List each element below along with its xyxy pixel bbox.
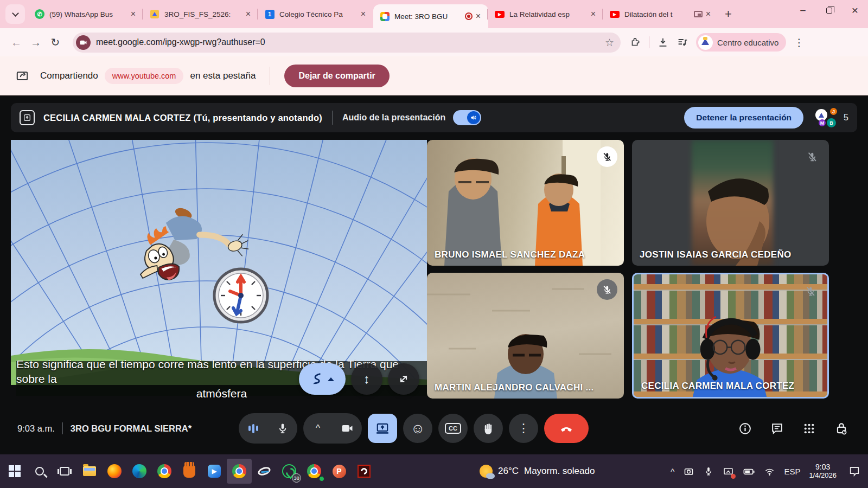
keyboard-language[interactable]: ESP	[784, 467, 800, 476]
snipping-tool-button[interactable]	[252, 459, 277, 484]
chat-button[interactable]	[770, 422, 784, 435]
scroll-toggle-button[interactable]: ↕	[351, 363, 382, 395]
back-button[interactable]: ←	[7, 33, 26, 52]
tab-sharing-bar: Compartiendo www.youtube.com en esta pes…	[0, 56, 868, 95]
host-controls-button[interactable]	[834, 421, 848, 435]
minimize-button[interactable]: –	[790, 0, 816, 21]
bookmark-star-icon[interactable]: ☆	[605, 36, 614, 49]
browser-toolbar: ← → ↻ meet.google.com/ipg-xwgp-rwg?authu…	[0, 28, 868, 56]
tab-label: 3RO_FIS_FS_2526:	[164, 10, 242, 18]
whatsapp-button[interactable]: 38	[277, 459, 302, 484]
reload-button[interactable]: ↻	[46, 33, 65, 52]
annotate-button[interactable]	[299, 363, 346, 395]
windows-taskbar: ▶ 38 P 26°C Mayorm. soleado ^	[0, 454, 868, 488]
reactions-button[interactable]: ☺	[403, 414, 432, 443]
close-icon[interactable]: ×	[127, 9, 139, 20]
fullscreen-button[interactable]	[388, 363, 419, 395]
participant-tile-jostin[interactable]: JOSTIN ISAIAS GARCIA CEDEÑO	[632, 140, 829, 266]
tab-fis-file[interactable]: 3RO_FIS_FS_2526: ×	[143, 4, 258, 24]
close-icon[interactable]: ×	[358, 9, 369, 20]
close-window-button[interactable]: ×	[842, 0, 868, 21]
chat-icon	[770, 422, 784, 435]
clock-time: 9:03	[809, 463, 837, 471]
close-icon[interactable]: ×	[703, 9, 714, 20]
task-view-button[interactable]	[52, 459, 77, 484]
battery-icon[interactable]	[743, 465, 755, 478]
tab-meet-active[interactable]: Meet: 3RO BGU ×	[373, 4, 488, 28]
close-icon[interactable]: ×	[242, 9, 254, 20]
media-player-button[interactable]: ▶	[202, 459, 227, 484]
activities-button[interactable]	[802, 422, 816, 435]
new-tab-button[interactable]: +	[718, 6, 738, 22]
acrobat-button[interactable]	[352, 459, 376, 484]
weather-widget[interactable]: 26°C Mayorm. soleado	[480, 465, 595, 478]
extensions-icon[interactable]	[629, 36, 641, 48]
camera-tray-icon[interactable]	[683, 466, 694, 477]
stop-sharing-button[interactable]: Dejar de compartir	[284, 65, 389, 87]
forward-button[interactable]: →	[26, 33, 46, 52]
taskbar-clock[interactable]: 9:03 1/4/2026	[809, 463, 837, 479]
firefox-button[interactable]	[102, 459, 127, 484]
powerpoint-button[interactable]: P	[327, 459, 352, 484]
mic-button[interactable]	[268, 413, 297, 444]
presentation-video	[11, 140, 427, 385]
screen-share-tray-icon[interactable]	[723, 466, 734, 477]
stop-presentation-button[interactable]: Detener la presentación	[684, 107, 803, 129]
calendar-icon: 1	[265, 9, 275, 19]
file-explorer-button[interactable]	[77, 459, 102, 484]
close-icon[interactable]: ×	[588, 9, 599, 20]
avatar: J	[830, 108, 837, 115]
downloads-icon[interactable]	[657, 36, 669, 48]
more-options-button[interactable]: ⋮	[509, 414, 538, 443]
mic-off-icon	[802, 146, 822, 167]
address-bar[interactable]: meet.google.com/ipg-xwgp-rwg?authuser=0 …	[73, 33, 621, 53]
chrome-active-button[interactable]	[227, 459, 252, 484]
participant-video	[427, 273, 624, 399]
participants-avatars[interactable]: J M B	[815, 108, 839, 127]
meeting-info: 9:03 a.m. 3RO BGU FORMAL SIERRA*	[17, 422, 192, 434]
chrome-pwa-button[interactable]	[302, 459, 327, 484]
captions-button[interactable]: CC	[438, 414, 468, 443]
camera-button[interactable]	[333, 413, 362, 444]
lock-icon	[834, 421, 848, 435]
caption-line-2: atmósfera	[196, 386, 247, 401]
hand-app-button[interactable]	[177, 459, 202, 484]
present-button-active[interactable]	[368, 414, 397, 443]
participant-tile-martin[interactable]: MARTIN ALEJANDRO CALVACHI ...	[427, 273, 624, 399]
camera-permission-icon[interactable]	[76, 35, 91, 50]
start-button[interactable]	[2, 459, 27, 484]
shared-site[interactable]: www.youtube.com	[105, 68, 184, 84]
tab-search-button[interactable]	[5, 4, 25, 24]
leave-call-button[interactable]	[544, 414, 589, 443]
tab-youtube-dilatacion[interactable]: ▶ Dilatación del t ×	[603, 4, 718, 24]
presentation-audio-toggle[interactable]	[453, 110, 481, 125]
divider	[270, 67, 270, 85]
shared-screen-stage: Esto significa que el tiempo corre más l…	[11, 140, 427, 396]
tab-calendar[interactable]: 1 Colegio Técnico Pa ×	[258, 4, 373, 24]
tab-whatsapp[interactable]: ✆ (59) WhatsApp Bus ×	[28, 4, 143, 24]
restore-button[interactable]	[816, 0, 842, 21]
participant-tile-bruno[interactable]: BRUNO ISMAEL SANCHEZ DAZA	[427, 140, 624, 266]
notification-center-icon[interactable]	[848, 465, 860, 477]
mic-tray-icon[interactable]	[703, 466, 714, 477]
tray-expand-icon[interactable]: ^	[671, 467, 674, 476]
search-button[interactable]	[27, 459, 52, 484]
profile-chip[interactable]: Centro educativo	[696, 33, 786, 52]
tab-youtube-relatividad[interactable]: ▶ La Relatividad esp ×	[488, 4, 603, 24]
camera-options-chevron[interactable]: ^	[303, 413, 333, 444]
raise-hand-button[interactable]	[474, 414, 503, 443]
tab-label: Dilatación del t	[624, 10, 692, 18]
url-text[interactable]: meet.google.com/ipg-xwgp-rwg?authuser=0	[96, 37, 605, 47]
browser-menu-icon[interactable]: ⋮	[794, 36, 804, 49]
edge-button[interactable]	[127, 459, 152, 484]
meet-main: CECILIA CARMEN MALA CORTEZ (Tú, presenta…	[0, 95, 868, 454]
task-view-icon	[60, 467, 69, 476]
meeting-details-button[interactable]	[738, 422, 752, 435]
chrome-button[interactable]	[152, 459, 177, 484]
participant-tile-cecilia[interactable]: CECILIA CARMEN MALA CORTEZ	[632, 273, 829, 399]
audio-level-indicator[interactable]	[239, 413, 268, 444]
media-queue-icon[interactable]	[676, 36, 688, 48]
wifi-icon[interactable]	[764, 466, 775, 477]
edge-icon	[132, 464, 146, 478]
close-icon[interactable]: ×	[473, 11, 484, 22]
